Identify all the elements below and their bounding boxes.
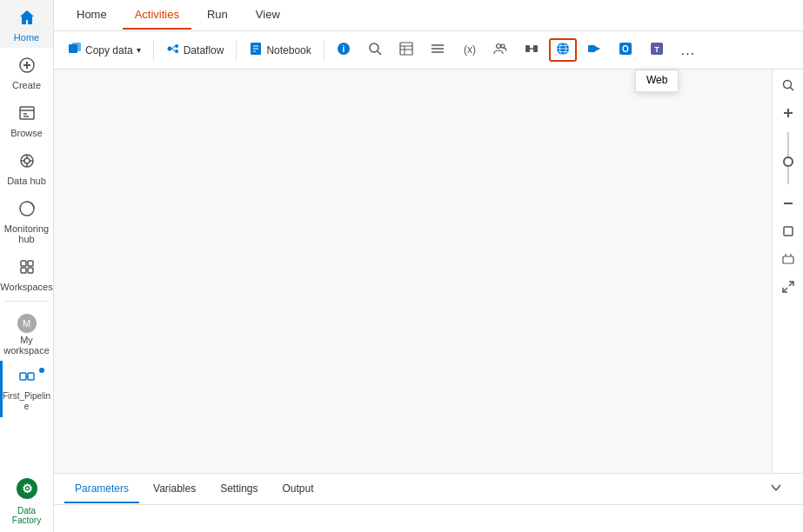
info-button[interactable]: i [330, 38, 358, 62]
lines-icon [431, 42, 445, 58]
web-button[interactable] [549, 38, 577, 62]
expand-button[interactable] [776, 275, 800, 299]
main-area: Home Activities Run View Copy data ▾ Dat… [54, 0, 803, 532]
bottom-tab-output[interactable]: Output [272, 475, 325, 503]
svg-line-72 [772, 485, 776, 490]
svg-text:(x): (x) [464, 43, 476, 56]
lines-button[interactable] [424, 38, 452, 62]
bottom-tab-parameters[interactable]: Parameters [64, 475, 139, 503]
svg-text:i: i [342, 44, 345, 54]
svg-point-26 [175, 50, 178, 53]
svg-rect-47 [525, 45, 530, 52]
table-button[interactable] [392, 38, 420, 62]
table-icon [399, 42, 413, 58]
bottom-tab-bar: Parameters Variables Settings Output [54, 474, 803, 505]
sidebar-item-home[interactable]: Home [0, 0, 53, 48]
svg-rect-16 [28, 268, 33, 273]
data-factory-label: Data Factory [3, 506, 50, 525]
svg-rect-18 [28, 373, 34, 380]
sidebar-item-pipeline[interactable]: First_Pipelin e [0, 361, 53, 417]
svg-line-27 [171, 46, 175, 49]
teams-button[interactable]: T [643, 38, 671, 62]
dataflow-button[interactable]: Dataflow [159, 38, 231, 62]
search-button[interactable] [361, 38, 389, 62]
tab-activities[interactable]: Activities [123, 1, 191, 30]
zoom-slider[interactable] [787, 129, 789, 188]
search-icon [368, 42, 382, 58]
pipeline-activity-icon [525, 42, 539, 58]
search-canvas-button[interactable] [776, 73, 800, 97]
svg-point-24 [167, 47, 171, 51]
sidebar-item-workspaces[interactable]: Workspaces [0, 249, 53, 297]
more-button[interactable]: ... [674, 39, 702, 62]
variables-button[interactable]: (x) [455, 38, 483, 62]
sidebar-item-myworkspace[interactable]: M My workspace [0, 305, 53, 361]
separator-2 [236, 40, 237, 61]
bottom-tab-settings[interactable]: Settings [210, 475, 268, 503]
right-toolbar [772, 70, 803, 473]
teams-icon: T [650, 42, 664, 58]
bottom-panel-toggle[interactable] [760, 482, 793, 496]
web-icon [556, 42, 570, 58]
info-icon: i [337, 42, 351, 58]
svg-rect-3 [20, 107, 34, 119]
sidebar-item-monitoringhub[interactable]: Monitoring hub [0, 191, 53, 249]
outlook-button[interactable]: O [612, 38, 639, 62]
data-factory-icon: ⚙ [15, 476, 39, 506]
pipeline-dot [39, 368, 44, 373]
tab-view[interactable]: View [244, 1, 292, 30]
sidebar-item-workspaces-label: Workspaces [0, 282, 52, 292]
create-icon [18, 57, 36, 78]
copy-data-button[interactable]: Copy data ▾ [61, 38, 148, 62]
notebook-button[interactable]: Notebook [242, 38, 318, 62]
zoom-track [787, 132, 789, 184]
zoom-in-button[interactable] [776, 101, 800, 125]
zoom-out-button[interactable] [776, 191, 800, 216]
separator-3 [324, 40, 325, 61]
sidebar-item-create[interactable]: Create [0, 48, 53, 96]
svg-point-8 [24, 158, 30, 163]
sidebar-item-myworkspace-label: My workspace [3, 335, 50, 356]
svg-rect-66 [784, 227, 793, 236]
sidebar-item-datahub-label: Data hub [7, 176, 46, 186]
tab-run[interactable]: Run [195, 1, 240, 30]
svg-point-35 [370, 43, 378, 52]
toolbar: Copy data ▾ Dataflow Notebook i [54, 31, 803, 70]
canvas-area[interactable] [54, 70, 803, 473]
fit-selection-button[interactable] [776, 247, 800, 271]
svg-text:T: T [654, 45, 659, 54]
sidebar-item-datahub[interactable]: Data hub [0, 143, 53, 191]
monitoring-icon [18, 200, 36, 222]
dataflow-icon [166, 42, 180, 58]
separator-1 [153, 40, 154, 61]
bottom-panel: Parameters Variables Settings Output [54, 473, 803, 532]
svg-text:O: O [622, 44, 629, 54]
fit-page-button[interactable] [776, 219, 800, 243]
sidebar-item-browse[interactable]: Browse [0, 96, 53, 143]
svg-text:⚙: ⚙ [21, 482, 32, 495]
sidebar-item-monitoring-label: Monitoring hub [3, 223, 50, 244]
my-workspace-icon: M [17, 314, 37, 333]
notebook-icon [249, 42, 263, 58]
integration-button[interactable] [486, 38, 514, 62]
sidebar-item-browse-label: Browse [10, 128, 43, 138]
svg-line-73 [776, 485, 780, 490]
sidebar-item-pipeline-label: First_Pipelin e [3, 391, 50, 412]
data-factory-item[interactable]: ⚙ Data Factory [0, 469, 53, 532]
zoom-thumb[interactable] [783, 156, 793, 167]
sidebar-bottom: ⚙ Data Factory [0, 469, 53, 532]
arrow-button[interactable] [580, 38, 608, 62]
svg-rect-13 [21, 261, 26, 266]
bottom-content [54, 505, 803, 532]
integration-icon [493, 42, 507, 58]
svg-rect-14 [28, 261, 33, 266]
svg-marker-56 [595, 46, 600, 51]
sidebar: Home Create Browse Data hub Monitoring h… [0, 0, 54, 532]
pipeline-activity-button[interactable] [518, 38, 545, 62]
bottom-tab-variables[interactable]: Variables [143, 475, 206, 503]
svg-rect-48 [533, 45, 538, 52]
tab-home[interactable]: Home [64, 1, 119, 30]
browse-icon [18, 104, 36, 126]
svg-point-61 [783, 81, 791, 89]
svg-line-36 [378, 51, 381, 55]
